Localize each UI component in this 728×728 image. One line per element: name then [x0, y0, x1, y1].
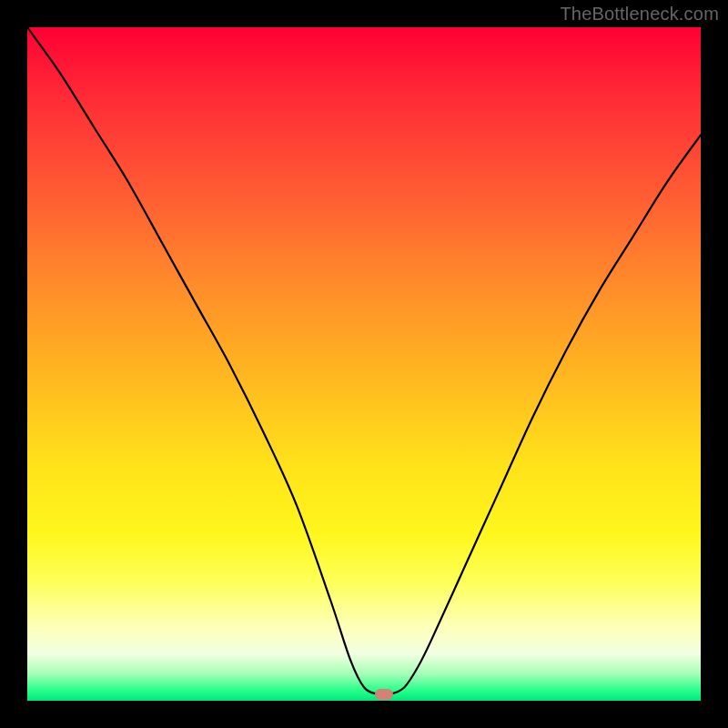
chart-frame: TheBottleneck.com	[0, 0, 728, 728]
plot-area	[27, 27, 701, 701]
curve-path	[27, 27, 701, 695]
minimum-marker	[375, 689, 393, 700]
watermark-text: TheBottleneck.com	[560, 4, 719, 25]
bottleneck-curve	[27, 27, 701, 701]
